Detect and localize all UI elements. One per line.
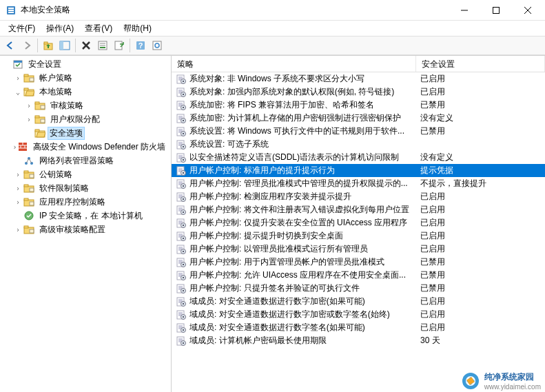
- tree-root[interactable]: 安全设置: [0, 57, 171, 71]
- policy-row[interactable]: 系统设置: 可选子系统: [172, 138, 545, 151]
- folder-icon: [23, 169, 34, 180]
- expander-icon[interactable]: ›: [23, 116, 34, 123]
- policy-icon: [176, 205, 187, 216]
- security-settings-icon: [12, 59, 23, 70]
- tree-item[interactable]: ›用户权限分配: [0, 112, 171, 126]
- setting-cell: 已禁用: [416, 256, 545, 268]
- properties-button[interactable]: [95, 38, 110, 53]
- policy-icon: [176, 244, 187, 255]
- tree-label: 公钥策略: [37, 168, 75, 181]
- tree-item[interactable]: ›高级安全 Windows Defender 防火墙: [0, 140, 171, 154]
- policy-row[interactable]: 用户帐户控制: 仅提升安装在安全位置的 UIAccess 应用程序已启用: [172, 216, 545, 229]
- svg-rect-169: [183, 303, 184, 305]
- policy-text: 用户帐户控制: 检测应用程序安装并提示提升: [189, 191, 351, 203]
- policy-icon: [176, 178, 187, 189]
- policy-row[interactable]: 域成员: 对安全通道数据进行数字签名(如果可能)已启用: [172, 321, 545, 334]
- svg-rect-115: [183, 185, 184, 187]
- tree-label: 本地策略: [37, 85, 75, 99]
- tree-item[interactable]: ›审核策略: [0, 99, 171, 112]
- setting-cell: 已启用: [416, 86, 545, 98]
- expander-icon[interactable]: ›: [12, 226, 23, 234]
- policy-row[interactable]: 用户帐户控制: 允许 UIAccess 应用程序在不使用安全桌面...已禁用: [172, 269, 545, 282]
- policy-row[interactable]: 用户帐户控制: 以管理员批准模式运行所有管理员已启用: [172, 243, 545, 256]
- menu-view[interactable]: 查看(V): [79, 21, 118, 36]
- tree-item[interactable]: IP 安全策略，在 本地计算机: [0, 209, 171, 223]
- policy-row[interactable]: 用户帐户控制: 只提升签名并验证的可执行文件已禁用: [172, 282, 545, 295]
- tree-item[interactable]: 网络列表管理器策略: [0, 154, 171, 167]
- tree-item[interactable]: ›帐户策略: [0, 71, 171, 85]
- policy-cell: 用户帐户控制: 管理员批准模式中管理员的提升权限提示的...: [172, 178, 416, 189]
- setting-cell: 已启用: [416, 230, 545, 242]
- policy-row[interactable]: 系统对象: 加强内部系统对象的默认权限(例如, 符号链接)已启用: [172, 85, 545, 99]
- svg-rect-18: [115, 41, 122, 50]
- policy-cell: 域成员: 对安全通道数据进行数字加密(如果可能): [172, 296, 416, 307]
- folder-icon: [23, 196, 34, 207]
- help-button[interactable]: ?: [133, 38, 148, 53]
- svg-rect-51: [30, 174, 34, 178]
- expander-icon[interactable]: ›: [12, 143, 17, 151]
- policy-row[interactable]: 系统加密: 为计算机上存储的用户密钥强制进行强密钥保护没有定义: [172, 112, 545, 125]
- up-button[interactable]: [41, 38, 56, 53]
- policy-text: 用户帐户控制: 仅提升安装在安全位置的 UIAccess 应用程序: [189, 217, 407, 229]
- policy-row[interactable]: 系统对象: 非 Windows 子系统不要求区分大小写已启用: [172, 72, 545, 85]
- expander-icon[interactable]: ⌄: [12, 88, 23, 96]
- column-header-policy[interactable]: 策略: [172, 56, 416, 72]
- policy-row[interactable]: 用户帐户控制: 管理员批准模式中管理员的提升权限提示的...不提示，直接提升: [172, 177, 545, 190]
- policy-row[interactable]: 用户帐户控制: 用于内置管理员帐户的管理员批准模式已禁用: [172, 256, 545, 269]
- policy-text: 用户帐户控制: 用于内置管理员帐户的管理员批准模式: [189, 256, 384, 268]
- policy-text: 系统加密: 为计算机上存储的用户密钥强制进行强密钥保护: [189, 112, 401, 124]
- tree-item[interactable]: ›高级审核策略配置: [0, 223, 171, 236]
- policy-row[interactable]: 以安全描述符定义语言(SDDL)语法表示的计算机访问限制没有定义: [172, 151, 545, 164]
- policy-cell: 系统设置: 将 Windows 可执行文件中的证书规则用于软件...: [172, 125, 416, 137]
- menu-help[interactable]: 帮助(H): [118, 21, 157, 36]
- menu-file[interactable]: 文件(F): [3, 21, 41, 36]
- policy-cell: 用户帐户控制: 提示提升时切换到安全桌面: [172, 230, 416, 242]
- policy-row[interactable]: 用户帐户控制: 将文件和注册表写入错误虚拟化到每用户位置已启用: [172, 203, 545, 216]
- policy-cell: 域成员: 对安全通道数据进行数字签名(如果可能): [172, 322, 416, 333]
- policy-row[interactable]: 用户帐户控制: 标准用户的提升提示行为提示凭据: [172, 164, 545, 177]
- policy-row[interactable]: 域成员: 计算机帐户密码最长使用期限30 天: [172, 334, 545, 347]
- tree-item[interactable]: ›软件限制策略: [0, 181, 171, 195]
- expander-icon[interactable]: ›: [12, 74, 23, 82]
- expander-icon[interactable]: ›: [23, 102, 34, 110]
- svg-rect-31: [35, 102, 39, 104]
- folder-icon: [23, 183, 34, 194]
- delete-button[interactable]: [79, 38, 94, 53]
- tree-item[interactable]: ›公钥策略: [0, 167, 171, 181]
- svg-rect-5: [493, 7, 500, 13]
- tree-item[interactable]: 安全选项: [0, 126, 171, 140]
- policy-row[interactable]: 域成员: 对安全通道数据进行数字加密(如果可能)已启用: [172, 295, 545, 308]
- tree-item[interactable]: ›应用程序控制策略: [0, 195, 171, 209]
- show-hide-tree-button[interactable]: [57, 38, 72, 53]
- policy-text: 域成员: 对安全通道数据进行数字加密或数字签名(始终): [189, 309, 390, 320]
- close-button[interactable]: [512, 0, 544, 21]
- expander-icon[interactable]: ›: [12, 171, 23, 178]
- list-body[interactable]: 系统对象: 非 Windows 子系统不要求区分大小写已启用系统对象: 加强内部…: [172, 72, 545, 392]
- svg-rect-103: [183, 159, 184, 161]
- folder-icon: [23, 224, 34, 235]
- policy-text: 系统加密: 将 FIPS 兼容算法用于加密、哈希和签名: [189, 99, 374, 111]
- back-button[interactable]: [3, 38, 18, 53]
- policy-row[interactable]: 域成员: 对安全通道数据进行数字加密或数字签名(始终)已启用: [172, 308, 545, 321]
- forward-button[interactable]: [19, 38, 34, 53]
- expander-icon[interactable]: ›: [12, 185, 23, 192]
- policy-cell: 系统加密: 将 FIPS 兼容算法用于加密、哈希和签名: [172, 99, 416, 111]
- expander-icon[interactable]: ›: [12, 198, 23, 206]
- content-area: 安全设置 ›帐户策略⌄本地策略›审核策略›用户权限分配安全选项›高级安全 Win…: [0, 55, 545, 392]
- menu-action[interactable]: 操作(A): [41, 21, 79, 36]
- tree-item[interactable]: ⌄本地策略: [0, 85, 171, 99]
- policy-row[interactable]: 用户帐户控制: 提示提升时切换到安全桌面已启用: [172, 229, 545, 243]
- maximize-button[interactable]: [480, 0, 512, 21]
- minimize-button[interactable]: [449, 0, 480, 21]
- policy-row[interactable]: 系统设置: 将 Windows 可执行文件中的证书规则用于软件...已禁用: [172, 125, 545, 138]
- folder-open-icon: [23, 86, 34, 97]
- policy-cell: 用户帐户控制: 标准用户的提升提示行为: [172, 165, 416, 176]
- policy-row[interactable]: 系统加密: 将 FIPS 兼容算法用于加密、哈希和签名已禁用: [172, 99, 545, 112]
- policy-row[interactable]: 用户帐户控制: 检测应用程序安装并提示提升已启用: [172, 190, 545, 203]
- export-button[interactable]: [112, 38, 127, 53]
- tree-label: 网络列表管理器策略: [37, 154, 116, 167]
- tree-pane[interactable]: 安全设置 ›帐户策略⌄本地策略›审核策略›用户权限分配安全选项›高级安全 Win…: [0, 56, 172, 392]
- column-header-setting[interactable]: 安全设置: [416, 56, 545, 72]
- refresh-button[interactable]: [150, 38, 165, 53]
- svg-rect-56: [24, 198, 28, 200]
